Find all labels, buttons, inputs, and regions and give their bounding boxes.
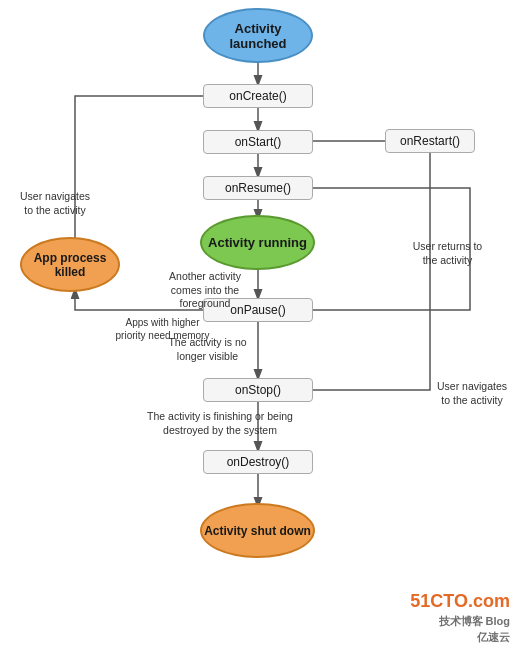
label-activity-no-longer-visible: The activity is no longer visible [155,336,260,363]
on-resume-node: onResume() [203,176,313,200]
diagram-container: Activity launched onCreate() onStart() o… [0,0,520,655]
app-process-killed-node: App process killed [20,237,120,292]
on-restart-node: onRestart() [385,129,475,153]
watermark: 51CTO.com 技术博客 Blog 亿速云 [410,589,510,645]
on-stop-node: onStop() [203,378,313,402]
watermark-sub1: 技术博客 Blog [410,614,510,629]
label-another-activity: Another activity comes into the foregrou… [155,270,255,311]
on-create-node: onCreate() [203,84,313,108]
watermark-sub2: 亿速云 [410,630,510,645]
activity-shutdown-node: Activity shut down [200,503,315,558]
on-destroy-node: onDestroy() [203,450,313,474]
label-user-navigates-1: User navigates to the activity [15,190,95,217]
label-user-returns: User returns to the activity [405,240,490,267]
activity-launched-node: Activity launched [203,8,313,63]
watermark-site: 51CTO.com [410,589,510,614]
on-start-node: onStart() [203,130,313,154]
label-user-navigates-2: User navigates to the activity [432,380,512,407]
label-activity-finishing: The activity is finishing or being destr… [140,410,300,437]
activity-running-node: Activity running [200,215,315,270]
